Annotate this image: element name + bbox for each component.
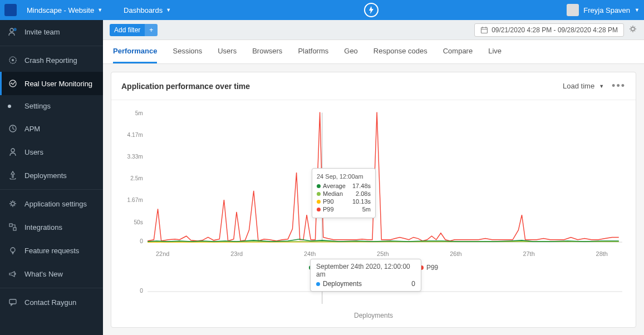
tab-geo[interactable]: Geo [344, 40, 358, 63]
tab-compare[interactable]: Compare [443, 40, 473, 63]
svg-text:0: 0 [140, 288, 143, 294]
svg-text:0: 0 [140, 238, 143, 244]
sidebar-separator [0, 189, 103, 190]
svg-text:2.5m: 2.5m [130, 175, 143, 181]
dashboards-label: Dashboards [124, 6, 163, 14]
xtick: 28th [596, 250, 608, 257]
sidebar-item-invite[interactable]: Invite team [0, 20, 103, 43]
integrations-icon [8, 222, 18, 232]
sidebar-item-settings[interactable]: Settings [0, 95, 103, 117]
app-name: Mindscape - Website [27, 6, 94, 14]
svg-point-3 [12, 59, 14, 61]
sidebar-item-label: Real User Monitoring [24, 80, 92, 88]
tab-bar: Performance Sessions Users Browsers Plat… [103, 40, 644, 64]
xtick: 23rd [230, 250, 243, 257]
user-menu[interactable]: Freyja Spaven ▼ [567, 4, 640, 16]
xtick: 25th [377, 250, 389, 257]
sidebar-item-whatsnew[interactable]: What's New [0, 262, 103, 285]
svg-text:50s: 50s [134, 218, 143, 225]
plus-icon[interactable]: + [145, 24, 158, 36]
sidebar-item-label: Invite team [24, 28, 60, 36]
bolt-button[interactable] [364, 3, 378, 17]
user-name: Freyja Spaven [583, 6, 630, 14]
svg-point-13 [631, 27, 635, 31]
add-filter-button[interactable]: Add filter + [110, 24, 158, 36]
chart-area: 5m 4.17m 3.33m 2.5m 1.67m 50s 0 [111, 100, 636, 259]
card-header: Application performance over time Load t… [111, 72, 636, 100]
app-selector[interactable]: Mindscape - Website ▼ [22, 4, 107, 17]
svg-rect-11 [9, 299, 16, 304]
tab-platforms[interactable]: Platforms [298, 40, 328, 63]
more-menu-button[interactable]: ••• [612, 80, 626, 92]
svg-point-6 [11, 149, 14, 152]
sidebar-item-feature[interactable]: Feature requests [0, 239, 103, 262]
daterange-picker[interactable]: 09/21/2020 4:28 PM - 09/28/2020 4:28 PM [474, 23, 624, 37]
sidebar-item-contact[interactable]: Contact Raygun [0, 290, 103, 314]
sidebar-item-label: Users [24, 148, 43, 156]
sidebar-item-label: Settings [24, 102, 51, 110]
load-time-label: Load time [563, 82, 594, 90]
topbar-left: Mindscape - Website ▼ Dashboards ▼ [4, 4, 175, 17]
tooltip-header: 24 Sep, 12:00am [317, 173, 371, 180]
chevron-down-icon: ▼ [635, 7, 640, 13]
rum-icon [8, 78, 18, 88]
svg-rect-8 [9, 224, 12, 226]
sidebar-item-rum[interactable]: Real User Monitoring [0, 72, 103, 95]
performance-card: Application performance over time Load t… [111, 72, 636, 328]
legend-item[interactable]: P99 [419, 264, 438, 272]
chat-icon [8, 297, 18, 307]
gear-icon [8, 199, 18, 209]
sidebar-item-label: Feature requests [24, 247, 79, 255]
sidebar-item-integrations[interactable]: Integrations [0, 215, 103, 239]
toolbar: Add filter + 09/21/2020 4:28 PM - 09/28/… [103, 20, 644, 40]
sidebar-item-label: Integrations [24, 223, 62, 231]
daterange-text: 09/21/2020 4:28 PM - 09/28/2020 4:28 PM [491, 26, 618, 34]
svg-rect-12 [481, 27, 488, 33]
sidebar-item-label: Deployments [24, 171, 67, 180]
sidebar: Invite team Crash Reporting Real User Mo… [0, 20, 103, 335]
tab-users[interactable]: Users [218, 40, 237, 63]
tab-live[interactable]: Live [488, 40, 502, 63]
xtick: 22nd [156, 250, 169, 257]
tab-browsers[interactable]: Browsers [252, 40, 282, 63]
tab-sessions[interactable]: Sessions [173, 40, 202, 63]
bullet-icon [8, 105, 11, 108]
sidebar-item-users[interactable]: Users [0, 140, 103, 164]
dot-icon [317, 200, 321, 204]
sidebar-item-label: Crash Reporting [24, 56, 77, 65]
dot-icon [317, 208, 321, 211]
main: Add filter + 09/21/2020 4:28 PM - 09/28/… [103, 20, 644, 335]
sidebar-item-label: APM [24, 125, 40, 133]
svg-text:5m: 5m [135, 110, 143, 116]
svg-point-4 [9, 80, 16, 87]
load-time-dropdown[interactable]: Load time ▼ [563, 82, 604, 90]
sidebar-item-deployments[interactable]: Deployments [0, 164, 103, 187]
dot-icon [316, 282, 320, 286]
tab-performance[interactable]: Performance [113, 40, 157, 63]
calendar-icon [480, 26, 488, 34]
tab-response-codes[interactable]: Response codes [373, 40, 427, 63]
card-title: Application performance over time [121, 82, 250, 91]
settings-gear-button[interactable] [628, 24, 637, 36]
content: Application performance over time Load t… [103, 64, 644, 335]
svg-point-0 [10, 28, 13, 32]
users-icon [8, 147, 18, 157]
xtick: 24th [304, 250, 316, 257]
chevron-down-icon: ▼ [599, 83, 604, 89]
svg-point-10 [11, 248, 15, 252]
chart-tooltip: 24 Sep, 12:00am Average17.48s Median2.08… [312, 168, 376, 218]
add-filter-label: Add filter [110, 24, 145, 36]
sidebar-item-apm[interactable]: APM [0, 117, 103, 140]
xtick: 27th [523, 250, 534, 257]
sidebar-item-crash[interactable]: Crash Reporting [0, 48, 103, 72]
topbar: Mindscape - Website ▼ Dashboards ▼ Freyj… [0, 0, 644, 20]
deployments-tooltip: September 24th 2020, 12:00:00 am Deploym… [310, 259, 421, 292]
sidebar-item-appsettings[interactable]: Application settings [0, 192, 103, 215]
crash-icon [8, 55, 18, 65]
avatar [567, 4, 579, 16]
deployments-label: Deployments [111, 309, 636, 327]
sidebar-item-label: Contact Raygun [24, 298, 76, 307]
dashboards-selector[interactable]: Dashboards ▼ [119, 4, 175, 17]
x-axis: 22nd 23rd 24th 25th 26th 27th 28th [122, 248, 625, 257]
bolt-icon [368, 6, 375, 14]
